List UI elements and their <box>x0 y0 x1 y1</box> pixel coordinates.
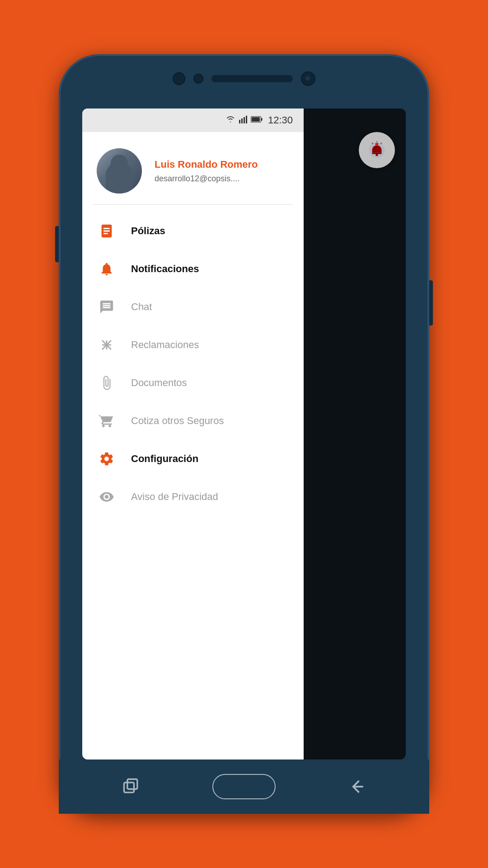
polizas-label: Pólizas <box>131 225 165 237</box>
gear-icon <box>97 449 117 469</box>
sidebar-item-privacidad[interactable]: Aviso de Privacidad <box>82 478 304 516</box>
status-bar: 12:30 <box>82 108 304 132</box>
chat-icon <box>97 297 117 317</box>
menu-list: Pólizas Notificaciones <box>82 205 304 760</box>
svg-rect-0 <box>239 120 240 123</box>
status-icons: 12:30 <box>225 114 293 126</box>
avatar <box>97 148 142 193</box>
svg-line-19 <box>381 143 382 144</box>
privacidad-label: Aviso de Privacidad <box>131 491 218 503</box>
home-button[interactable] <box>212 774 276 799</box>
svg-line-18 <box>372 143 373 144</box>
profile-name: Luis Ronaldo Romero <box>155 159 258 170</box>
phone-frame: 12:30 Luis Ronaldo Romero desarrollo12@c… <box>59 54 429 814</box>
alert-button[interactable] <box>359 132 395 168</box>
cotiza-label: Cotiza otros Seguros <box>131 415 224 427</box>
sidebar-item-reclamaciones[interactable]: Reclamaciones <box>82 326 304 364</box>
svg-rect-1 <box>241 118 243 123</box>
profile-info: Luis Ronaldo Romero desarrollo12@copsis.… <box>155 159 258 184</box>
svg-rect-3 <box>246 116 247 123</box>
sidebar-item-polizas[interactable]: Pólizas <box>82 212 304 250</box>
camera-dot2 <box>193 74 203 84</box>
chat-label: Chat <box>131 301 152 313</box>
recent-apps-button[interactable] <box>122 777 141 797</box>
power-button <box>429 280 433 326</box>
sidebar-item-cotiza[interactable]: Cotiza otros Seguros <box>82 402 304 440</box>
svg-rect-21 <box>124 783 134 793</box>
camera-dot <box>173 72 185 85</box>
bandage-icon <box>97 335 117 355</box>
svg-rect-2 <box>244 117 245 123</box>
sidebar-item-chat[interactable]: Chat <box>82 288 304 326</box>
sidebar-item-notificaciones[interactable]: Notificaciones <box>82 250 304 288</box>
wifi-icon <box>225 116 235 125</box>
svg-rect-8 <box>103 228 110 229</box>
signal-icon <box>239 115 247 125</box>
navigation-drawer: 12:30 Luis Ronaldo Romero desarrollo12@c… <box>82 108 304 760</box>
cart-icon <box>97 411 117 431</box>
svg-rect-22 <box>127 779 137 789</box>
eye-icon <box>97 487 117 507</box>
battery-icon <box>251 116 263 124</box>
profile-area[interactable]: Luis Ronaldo Romero desarrollo12@copsis.… <box>82 132 304 204</box>
svg-point-20 <box>375 154 378 156</box>
svg-rect-6 <box>252 117 260 122</box>
phone-top-hardware <box>59 71 429 86</box>
paperclip-icon <box>97 373 117 393</box>
app-background <box>304 108 406 760</box>
back-button[interactable] <box>347 777 366 797</box>
status-time: 12:30 <box>268 114 293 126</box>
volume-button <box>55 226 59 262</box>
bottom-navigation <box>59 760 429 814</box>
document-icon <box>97 221 117 241</box>
phone-screen: 12:30 Luis Ronaldo Romero desarrollo12@c… <box>82 108 406 760</box>
sidebar-item-configuracion[interactable]: Configuración <box>82 440 304 478</box>
svg-rect-9 <box>103 231 110 232</box>
configuracion-label: Configuración <box>131 453 198 465</box>
bell-icon <box>97 259 117 279</box>
reclamaciones-label: Reclamaciones <box>131 339 199 351</box>
notificaciones-label: Notificaciones <box>131 263 199 275</box>
svg-rect-5 <box>261 118 263 121</box>
svg-rect-10 <box>103 233 108 234</box>
speaker-grille <box>211 75 293 82</box>
front-camera <box>301 71 315 86</box>
documentos-label: Documentos <box>131 377 187 389</box>
sidebar-item-documentos[interactable]: Documentos <box>82 364 304 402</box>
profile-email: desarrollo12@copsis.... <box>155 174 258 184</box>
svg-rect-16 <box>375 143 379 145</box>
